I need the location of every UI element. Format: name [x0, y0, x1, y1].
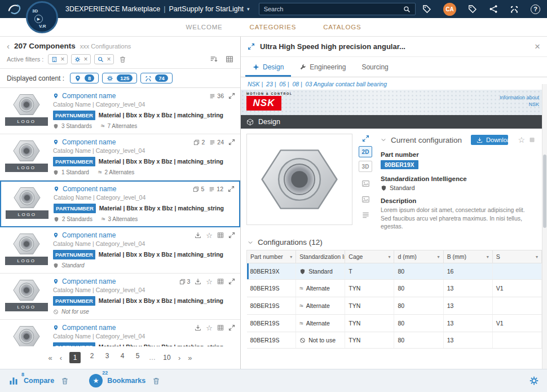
chevron-down-icon[interactable]	[247, 6, 250, 12]
supplier-count[interactable]: 2	[193, 138, 205, 146]
column-header[interactable]: B (mm)	[443, 250, 492, 263]
configuration-row[interactable]: 80BER19S Alternate TYN 80	[247, 297, 542, 315]
component-card[interactable]: LOGO Component name 3	[0, 274, 240, 320]
back-chevron-icon[interactable]	[7, 41, 10, 51]
thumbnail-image-icon[interactable]	[361, 195, 370, 204]
table-icon[interactable]	[217, 278, 224, 285]
configuration-row[interactable]: 80BER19X Standard T 80	[247, 263, 542, 280]
detail-tab[interactable]: Design	[245, 60, 291, 77]
vertical-scrollbar[interactable]	[542, 84, 547, 369]
download-icon[interactable]	[195, 232, 201, 239]
configuration-row[interactable]: 80BER19S Not to use TYN 80	[247, 332, 542, 349]
label-icon[interactable]	[468, 5, 477, 14]
grid-view-icon[interactable]	[226, 55, 233, 63]
download-icon[interactable]	[195, 324, 201, 331]
bookmark-star-icon[interactable]	[206, 324, 213, 332]
expand-icon[interactable]	[228, 324, 235, 331]
detail-tab[interactable]: Sourcing	[354, 60, 395, 77]
expand-icon[interactable]	[228, 186, 235, 192]
table-icon[interactable]	[217, 232, 224, 239]
content-type-toggle[interactable]: 8	[70, 73, 99, 83]
content-type-toggle[interactable]: 74	[140, 73, 173, 83]
download-button[interactable]: Download	[471, 135, 508, 145]
collapse-chevron-icon[interactable]	[381, 137, 386, 143]
clear-compare-trash-icon[interactable]	[61, 377, 69, 385]
page-number[interactable]: 4	[118, 352, 126, 363]
expand-icon[interactable]	[228, 93, 235, 99]
viewer-mode-button[interactable]: 3D	[359, 161, 372, 172]
table-icon[interactable]	[217, 324, 224, 331]
avatar[interactable]: CA	[443, 3, 456, 16]
close-icon[interactable]	[535, 42, 540, 51]
component-name-link[interactable]: Component name	[62, 278, 116, 285]
part-number-value[interactable]: 80BER19X	[381, 160, 418, 169]
remove-filter-icon[interactable]	[83, 56, 87, 63]
share-icon[interactable]	[489, 5, 498, 14]
nav-tab[interactable]: WELCOME	[186, 24, 223, 30]
filter-caret-icon[interactable]	[290, 254, 292, 259]
expand-icon[interactable]	[228, 232, 235, 239]
datasheet-icon[interactable]	[361, 211, 370, 219]
remove-filter-icon[interactable]	[107, 56, 111, 63]
column-header[interactable]: d (mm)	[394, 250, 443, 263]
page-number[interactable]: 5	[134, 352, 142, 363]
download-icon[interactable]	[195, 278, 201, 285]
sort-icon[interactable]	[210, 55, 218, 63]
component-card[interactable]: LOGO Component name	[0, 320, 240, 346]
thumbnail-image-icon[interactable]	[361, 179, 370, 188]
component-name-link[interactable]: Component name	[63, 185, 116, 193]
bookmark-star-icon[interactable]	[206, 232, 213, 239]
page-number[interactable]: 3	[103, 352, 111, 363]
supplier-count[interactable]: 5	[193, 185, 204, 193]
bookmarks-button[interactable]: 22 Bookmarks	[89, 374, 145, 387]
breadcrumb-item[interactable]: 03 Angular contact ball bearing	[306, 81, 387, 87]
component-name-link[interactable]: Component name	[62, 138, 116, 146]
filter-caret-icon[interactable]	[536, 254, 538, 259]
configuration-row[interactable]: 80BER19S Alternate TYN 80	[247, 280, 542, 297]
clear-bookmarks-trash-icon[interactable]	[152, 377, 160, 385]
component-name-link[interactable]: Component name	[62, 324, 116, 332]
part-viewer[interactable]	[246, 134, 352, 225]
scrollbar-thumb[interactable]	[543, 155, 546, 228]
filter-caret-icon[interactable]	[487, 254, 489, 259]
first-page-button[interactable]: «	[48, 354, 52, 362]
search-input[interactable]: Search	[259, 3, 416, 15]
component-card[interactable]: LOGO Component name 5	[0, 180, 240, 227]
filter-chip[interactable]	[94, 54, 114, 64]
column-header[interactable]: Part number	[247, 250, 296, 263]
column-header[interactable]: Standardization Intelligence	[296, 250, 345, 263]
clear-filters-trash-icon[interactable]	[119, 56, 126, 63]
detail-tab[interactable]: Engineering	[292, 60, 353, 77]
configuration-count[interactable]: 36	[209, 92, 224, 100]
component-name-link[interactable]: Component name	[62, 231, 116, 239]
component-card[interactable]: LOGO Component name	[0, 227, 240, 274]
configuration-count[interactable]: 24	[209, 138, 224, 146]
bookmark-star-icon[interactable]	[518, 136, 525, 144]
breadcrumb-item[interactable]: NSK	[248, 81, 264, 87]
compare-button[interactable]: 8 Compare	[8, 376, 54, 386]
search-icon[interactable]	[403, 6, 411, 13]
supplier-info-link[interactable]: Information about NSK	[493, 94, 539, 108]
tools-icon[interactable]	[510, 5, 519, 14]
page-number[interactable]: 2	[88, 352, 96, 363]
configuration-count[interactable]: 12	[209, 185, 223, 193]
component-card[interactable]: LOGO Component name 36	[0, 88, 240, 134]
nav-tab[interactable]: CATEGORIES	[250, 24, 297, 30]
filter-caret-icon[interactable]	[438, 254, 440, 259]
play-icon[interactable]: ▶	[34, 15, 43, 23]
configuration-row[interactable]: 80BER19S Alternate TYN 80	[247, 315, 542, 332]
next-page-button[interactable]: ›	[178, 354, 180, 362]
filter-chip[interactable]	[71, 54, 91, 64]
column-header[interactable]: Cage	[345, 250, 394, 263]
prev-page-button[interactable]: ‹	[60, 354, 62, 362]
component-name-link[interactable]: Component name	[62, 92, 116, 100]
expand-viewer-icon[interactable]	[362, 135, 369, 142]
3dexperience-compass-badge[interactable]: 3D ▶ V.R	[26, 1, 58, 33]
filter-caret-icon[interactable]	[388, 254, 390, 259]
nav-tab[interactable]: CATALOGS	[323, 24, 361, 30]
last-page-number[interactable]: 10	[163, 354, 171, 362]
settings-gear-icon[interactable]	[529, 376, 539, 386]
content-type-toggle[interactable]: 125	[102, 73, 137, 83]
component-card[interactable]: LOGO Component name 2	[0, 134, 240, 180]
table-icon[interactable]	[530, 136, 535, 144]
